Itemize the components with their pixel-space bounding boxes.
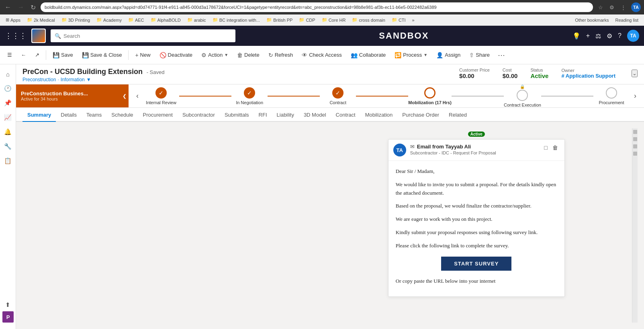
stage-contract[interactable]: ✓ Contract <box>320 87 356 105</box>
reading-list-btn[interactable]: Reading list <box>613 17 641 23</box>
stage-label-procurement: Procurement <box>599 100 624 105</box>
owner-value[interactable]: # Application Support <box>561 73 615 79</box>
stage-collapse-btn[interactable]: ❮ <box>121 84 129 107</box>
browser-extensions-btn[interactable]: ⚙ <box>607 4 616 11</box>
bookmarks-more-btn[interactable]: » <box>410 17 417 23</box>
save-close-button[interactable]: 💾 Save & Close <box>78 49 126 62</box>
sidebar-wrench-icon[interactable]: 🔧 <box>2 140 14 153</box>
tab-contract[interactable]: Contract <box>331 108 360 122</box>
collaborate-button[interactable]: 👥 Collaborate <box>347 49 390 62</box>
sidebar-bell-icon[interactable]: 🔔 <box>2 125 14 138</box>
sidebar-chart-icon[interactable]: 📈 <box>2 111 14 124</box>
record-title: PreCon - UCSD Building Extension <box>22 68 143 76</box>
tab-teams[interactable]: Teams <box>82 108 106 122</box>
delete-button[interactable]: 🗑 Delete <box>233 49 264 62</box>
bookmark-cdp[interactable]: 📁 CDP <box>296 16 317 23</box>
tab-details[interactable]: Details <box>56 108 82 122</box>
open-new-tab-btn[interactable]: ↗ <box>31 49 43 62</box>
stage-procurement[interactable]: Procurement <box>593 87 630 105</box>
browser-back-btn[interactable]: ← <box>3 2 13 12</box>
other-bookmarks-btn[interactable]: Other bookmarks <box>572 17 611 23</box>
email-expand-btn[interactable]: □ <box>542 144 549 152</box>
address-bar[interactable]: boldbuild.crm.dynamics.com/main.aspx?app… <box>41 2 593 12</box>
help-icon[interactable]: ? <box>618 32 622 39</box>
user-avatar[interactable]: TA <box>627 30 639 42</box>
browser-menu-btn[interactable]: ⋮ <box>619 4 628 11</box>
settings-icon[interactable]: ⚙ <box>607 32 612 40</box>
tab-rfi[interactable]: RFI <box>254 108 272 122</box>
tab-submittals[interactable]: Submittals <box>220 108 254 122</box>
bookmark-british-pp[interactable]: 📁 British PP <box>264 16 295 23</box>
tab-schedule[interactable]: Schedule <box>106 108 138 122</box>
bookmark-core-hr[interactable]: 📁 Core HR <box>319 16 348 23</box>
bookmark-cross-domain[interactable]: 📁 cross domain <box>350 16 387 23</box>
new-button[interactable]: + New <box>131 49 154 62</box>
tab-purchase-order[interactable]: Purchase Order <box>397 108 444 122</box>
tab-liability[interactable]: Liability <box>272 108 299 122</box>
stage-internal-review[interactable]: ✓ Internal Review <box>143 87 179 105</box>
tab-summary[interactable]: Summary <box>22 108 56 122</box>
filter-icon[interactable]: ⚖ <box>595 32 601 40</box>
tab-subcontractor[interactable]: Subcontractor <box>178 108 220 122</box>
bookmark-3d-printing[interactable]: 📁 3D Printing <box>59 16 92 23</box>
tab-mobilization[interactable]: Mobilization <box>360 108 398 122</box>
bookmark-aec[interactable]: 📁 AEC <box>126 16 147 23</box>
folder-icon-cross: 📁 <box>352 17 358 23</box>
record-header-expand-btn[interactable]: ⌄ <box>632 70 638 77</box>
lightbulb-icon[interactable]: 💡 <box>572 32 581 40</box>
bookmark-alphabold[interactable]: 📁 AlphaBOLD <box>148 16 183 23</box>
active-stage-box[interactable]: PreConstruction Busines... Active for 34… <box>16 84 121 107</box>
bookmark-cti[interactable]: 📁 CTI <box>389 16 408 23</box>
sidebar-upload-icon[interactable]: ⬆ <box>2 298 14 311</box>
share-button[interactable]: ⇧ Share <box>465 49 494 62</box>
app-logo[interactable] <box>31 29 46 43</box>
browser-forward-btn[interactable]: → <box>16 2 26 12</box>
sidebar-recent-icon[interactable]: 🕐 <box>2 82 14 95</box>
bookmark-academy[interactable]: 📁 Academy <box>94 16 124 23</box>
sidebar-clipboard-icon[interactable]: 📋 <box>2 154 14 167</box>
bookmark-apps[interactable]: ⊞ Apps <box>3 16 23 23</box>
stage-in-negotiation[interactable]: ✓ In Negotiation <box>231 87 268 105</box>
waffle-menu-icon[interactable]: ⋮⋮⋮ <box>5 31 27 40</box>
assign-button[interactable]: 👤 Assign <box>432 49 464 62</box>
stage-circle-contract-exec <box>517 90 528 101</box>
folder-icon-alphabold: 📁 <box>151 17 156 23</box>
app-search-bar[interactable]: 🔍 <box>51 29 235 42</box>
folder-icon-cti: 📁 <box>392 17 397 23</box>
check-access-button[interactable]: 👁 Check Access <box>298 49 346 62</box>
email-sender-avatar: TA <box>393 144 406 156</box>
browser-refresh-btn[interactable]: ↻ <box>29 2 37 13</box>
owner-field: Owner # Application Support <box>561 68 615 79</box>
save-close-icon: 💾 <box>82 52 89 58</box>
more-actions-button[interactable]: ⋯ <box>495 49 508 61</box>
tab-related[interactable]: Related <box>444 108 472 122</box>
sidebar-home-icon[interactable]: ⌂ <box>2 68 14 80</box>
search-input[interactable] <box>63 33 231 39</box>
stage-mobilization[interactable]: Mobilization (17 Hrs) <box>408 87 452 105</box>
bookmarks-bar: ⊞ Apps 📁 2k Medical 📁 3D Printing 📁 Acad… <box>0 14 644 26</box>
stage-prev-btn[interactable]: ‹ <box>132 90 143 102</box>
save-button[interactable]: 💾 Save <box>49 49 77 62</box>
record-breadcrumb[interactable]: Preconstruction · Information ▼ <box>22 77 164 82</box>
sidebar-pin-icon[interactable]: 📌 <box>2 97 14 109</box>
deactivate-button[interactable]: 🚫 Deactivate <box>155 49 196 62</box>
browser-profile-avatar[interactable]: TA <box>631 2 641 12</box>
process-button[interactable]: 🔁 Process ▼ <box>390 49 431 62</box>
stage-contract-execution[interactable]: 🔒 Contract Execution <box>504 84 541 107</box>
start-survey-button[interactable]: START SURVEY <box>441 257 511 271</box>
stage-next-btn[interactable]: › <box>630 90 641 102</box>
back-btn[interactable]: ← <box>17 49 30 62</box>
apps-grid-icon: ⊞ <box>6 17 9 23</box>
refresh-button[interactable]: ↻ Refresh <box>264 49 297 62</box>
bookmark-star-btn[interactable]: ☆ <box>596 4 605 11</box>
tab-procurement[interactable]: Procurement <box>138 108 178 122</box>
bookmark-arabic[interactable]: 📁 arabic <box>185 16 209 23</box>
bookmark-2k-medical[interactable]: 📁 2k Medical <box>25 16 57 23</box>
add-icon[interactable]: + <box>586 32 590 39</box>
p-button[interactable]: P <box>2 311 14 323</box>
tab-3d-model[interactable]: 3D Model <box>299 108 331 122</box>
email-delete-btn[interactable]: 🗑 <box>551 144 560 152</box>
action-button[interactable]: ⚙ Action ▼ <box>197 49 232 62</box>
sidebar-toggle-btn[interactable]: ☰ <box>3 49 16 62</box>
bookmark-bc-integration[interactable]: 📁 BC integration with... <box>210 16 263 23</box>
